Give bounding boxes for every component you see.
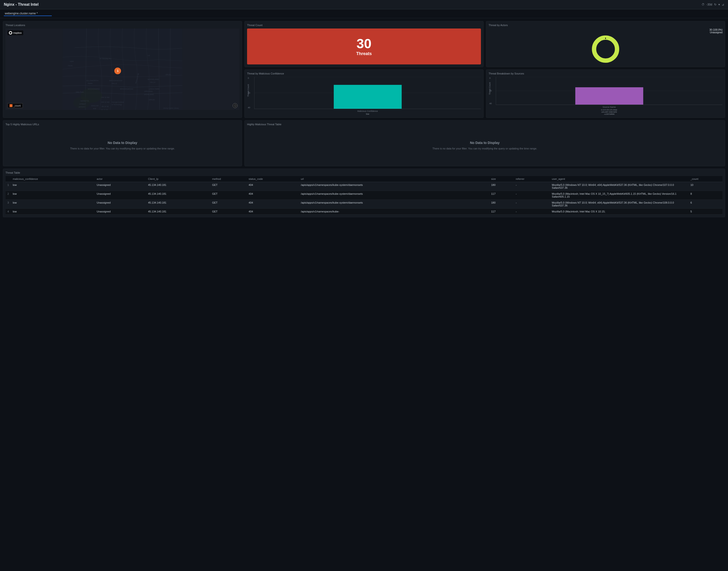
- threat-actors-title: Threat by Actors: [489, 24, 723, 27]
- threat-count-label: Threats: [356, 51, 372, 56]
- table-row: 3 low Unassigned 45.134.140.181 GET 404 …: [5, 200, 723, 209]
- filter-icon[interactable]: ⊿: [722, 3, 724, 6]
- col-user-agent[interactable]: user_agent: [550, 176, 689, 182]
- cell-method: GET: [210, 191, 246, 200]
- svg-text:Jimmy Carter Library: Jimmy Carter Library: [163, 107, 179, 109]
- cell-url: /apis/apps/v1/namespaces/kube-system/dae…: [299, 191, 489, 200]
- panel-malicious-table: Highly Malicious Threat Table No Data to…: [244, 120, 725, 166]
- panel-threat-locations: Threat Locations: [3, 21, 242, 118]
- top5-urls-title: Top 5 Highly Malicious URLs: [5, 123, 239, 126]
- cell-count: 10: [689, 182, 723, 191]
- col-count[interactable]: _count: [689, 176, 723, 182]
- malicious-table-no-data: No Data to Display There is no data for …: [247, 128, 723, 163]
- top5-no-data-text: There is no data for your filter. You ca…: [70, 146, 175, 151]
- y-label-max: 40: [248, 106, 250, 109]
- cell-confidence: low: [11, 182, 95, 191]
- clock-icon: ⏱: [702, 3, 705, 6]
- svg-text:10th St NW: 10th St NW: [101, 101, 109, 103]
- svg-text:W Wesley Rd: W Wesley Rd: [100, 58, 111, 60]
- panel-threat-table: Threat Table malicious_confidence actor …: [3, 168, 725, 217]
- cell-user-agent: Mozilla/5.0 (Macintosh; Intel Mac OS X 1…: [550, 209, 689, 215]
- col-num: [5, 176, 11, 182]
- svg-text:HILLS: HILLS: [112, 82, 117, 85]
- col-size[interactable]: size: [489, 176, 514, 182]
- map-info-button[interactable]: ⓘ: [233, 103, 237, 108]
- mapbox-label: mapbox: [13, 32, 22, 34]
- col-method[interactable]: method: [210, 176, 246, 182]
- cell-actor: Unassigned: [95, 200, 146, 209]
- sources-y-max: 40: [489, 102, 492, 105]
- col-referrer[interactable]: referrer: [514, 176, 550, 182]
- svg-text:of Technology: of Technology: [112, 104, 122, 106]
- cell-size: 117: [489, 191, 514, 200]
- mapbox-logo: mapbox: [7, 30, 23, 35]
- svg-text:PARK: PARK: [88, 82, 93, 85]
- time-range[interactable]: -30d: [707, 3, 712, 6]
- map-legend-label: _count: [13, 104, 21, 107]
- svg-text:BROOKWOOD: BROOKWOOD: [120, 88, 133, 90]
- y-label-mid: 20: [248, 92, 250, 94]
- malicious-table-title: Highly Malicious Threat Table: [247, 123, 723, 126]
- svg-text:ELLSWORTH: ELLSWORTH: [87, 80, 99, 82]
- threat-table-head: malicious_confidence actor Client_Ip met…: [5, 176, 723, 182]
- cell-size: 180: [489, 182, 514, 191]
- cell-confidence: low: [11, 200, 95, 209]
- svg-text:LENOX PARK: LENOX PARK: [149, 88, 160, 90]
- donut-svg: [591, 35, 620, 64]
- cell-count: 8: [689, 191, 723, 200]
- col-actor[interactable]: actor: [95, 176, 146, 182]
- svg-text:VER: VER: [70, 61, 74, 63]
- svg-text:ARTERY: ARTERY: [79, 106, 85, 108]
- donut-legend-label: Unassigned: [710, 31, 723, 34]
- cell-client-ip: 45.134.140.181: [146, 200, 210, 209]
- svg-text:DRUID: DRUID: [166, 74, 171, 76]
- col-client-ip[interactable]: Client_Ip: [146, 176, 210, 182]
- svg-text:DRUID: DRUID: [149, 99, 155, 101]
- donut-chart-container: 30 (100.0%) Unassigned: [489, 28, 723, 65]
- cell-user-agent: Mozilla/5.0 (Macintosh; Intel Mac OS X 1…: [550, 191, 689, 200]
- sources-gridlines-svg: [496, 77, 723, 105]
- cell-client-ip: 45.134.140.181: [146, 191, 210, 200]
- map-container[interactable]: VER -TION ELLSWORTH PARK BROOKWOOD HILLS…: [5, 28, 239, 110]
- svg-text:BROOKWOOD: BROOKWOOD: [109, 80, 122, 82]
- threat-count-title: Threat Count: [247, 24, 481, 27]
- cell-client-ip: 45.134.140.181: [146, 182, 210, 191]
- col-malicious-confidence[interactable]: malicious_confidence: [11, 176, 95, 182]
- threat-table-wrapper[interactable]: malicious_confidence actor Client_Ip met…: [5, 176, 723, 215]
- svg-text:AVE: AVE: [93, 108, 96, 109]
- svg-text:STREET: STREET: [79, 103, 86, 105]
- cell-user-agent: Mozilla/5.0 (Windows NT 10.0; Win64; x64…: [550, 200, 689, 209]
- filter-input[interactable]: [4, 11, 52, 16]
- svg-text:14th St NW: 14th St NW: [101, 97, 109, 98]
- threat-table-header-row: malicious_confidence actor Client_Ip met…: [5, 176, 723, 182]
- cell-client-ip: 45.134.140.181: [146, 209, 210, 215]
- confidence-bar-label: low: [254, 113, 481, 115]
- map-marker[interactable]: 1: [114, 68, 121, 74]
- cell-count: 6: [689, 200, 723, 209]
- threat-table-body: 1 low Unassigned 45.134.140.181 GET 404 …: [5, 182, 723, 215]
- col-status-code[interactable]: status_code: [247, 176, 299, 182]
- chevron-down-icon[interactable]: ▾: [718, 3, 720, 6]
- refresh-icon[interactable]: ↻: [714, 3, 717, 6]
- col-url[interactable]: url: [299, 176, 489, 182]
- sources-chart-inner: 40 20 0: [496, 77, 723, 105]
- map-marker-count: 1: [117, 69, 119, 73]
- confidence-gridlines-svg: [254, 77, 481, 109]
- cell-count: 5: [689, 209, 723, 215]
- panel-threat-actors: Threat by Actors 30 (100.0%) Unassigned: [486, 21, 725, 67]
- donut-legend: 30 (100.0%) Unassigned: [710, 28, 723, 34]
- svg-text:VIRGINIA-: VIRGINIA-: [144, 90, 153, 93]
- map-roads-svg: VER -TION ELLSWORTH PARK BROOKWOOD HILLS…: [5, 28, 239, 110]
- svg-text:WOODWARD: WOODWARD: [88, 88, 100, 90]
- confidence-chart-inner: 40 20 0: [254, 77, 481, 109]
- sources-y-zero: 0: [489, 77, 492, 79]
- cell-confidence: low: [11, 209, 95, 215]
- cell-num: 1: [5, 182, 11, 191]
- top5-no-data-title: No Data to Display: [108, 141, 137, 145]
- cell-referrer: -: [514, 200, 550, 209]
- svg-text:LA-: LA-: [147, 54, 150, 56]
- top5-urls-no-data: No Data to Display There is no data for …: [5, 128, 239, 163]
- svg-rect-41: [334, 85, 402, 109]
- cell-status-code: 404: [247, 209, 299, 215]
- confidence-x-label: Malicious Confidence: [254, 110, 481, 112]
